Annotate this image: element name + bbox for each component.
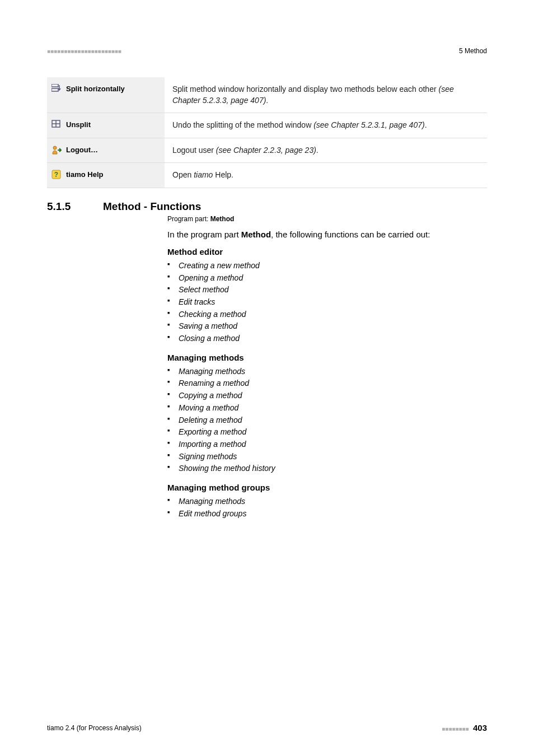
footer-left: tiamo 2.4 (for Process Analysis) <box>47 724 142 732</box>
unsplit-icon <box>51 120 62 129</box>
list-item: Edit method groups <box>167 508 487 520</box>
list-item: Managing methods <box>167 496 487 508</box>
cell-label: Logout… <box>66 146 98 154</box>
logout-cell: Logout… <box>47 138 165 163</box>
section-number: 5.1.5 <box>47 200 86 213</box>
page-footer: tiamo 2.4 (for Process Analysis) ■■■■■■■… <box>47 723 487 732</box>
desc-pre: Logout user <box>172 146 216 155</box>
table-row: Unsplit Undo the splitting of the method… <box>47 113 487 138</box>
list-item: Closing a method <box>167 333 487 345</box>
desc-em: tiamo <box>194 170 213 179</box>
group-heading: Managing method groups <box>167 483 487 492</box>
cell-desc: Logout user (see Chapter 2.2.3, page 23)… <box>165 138 487 163</box>
list-item: Showing the method history <box>167 463 487 475</box>
list-item: Checking a method <box>167 309 487 321</box>
intro-line: In the program part Method, the followin… <box>167 230 487 239</box>
help-icon: ? <box>51 170 62 180</box>
header-title: 5 Method <box>459 47 487 55</box>
section-heading: 5.1.5 Method - Functions <box>47 200 487 213</box>
list-item: Renaming a method <box>167 377 487 390</box>
menu-table: Split horizontally Split method window h… <box>47 77 487 188</box>
footer-decoration: ■■■■■■■■ <box>442 726 469 732</box>
section: 5.1.5 Method - Functions Program part: M… <box>47 200 487 520</box>
list-item: Managing methods <box>167 366 487 378</box>
page-number: 403 <box>473 723 487 732</box>
desc-post: . <box>316 146 318 155</box>
list-item: Select method <box>167 284 487 296</box>
program-part-value: Method <box>210 215 235 223</box>
list-item: Importing a method <box>167 438 487 451</box>
desc-pre: Undo the splitting of the method window <box>172 120 313 129</box>
page: ■■■■■■■■■■■■■■■■■■■■■■ 5 Method Split ho… <box>0 0 534 756</box>
table-row: Logout… Logout user (see Chapter 2.2.3, … <box>47 138 487 163</box>
program-part-line: Program part: Method <box>167 215 487 223</box>
list-item: Copying a method <box>167 390 487 402</box>
header-decoration: ■■■■■■■■■■■■■■■■■■■■■■ <box>47 48 121 54</box>
method-groups-list: Managing methods Edit method groups <box>167 496 487 520</box>
cell-desc: Undo the splitting of the method window … <box>165 113 487 138</box>
help-cell: ? tiamo Help <box>47 163 165 188</box>
page-header: ■■■■■■■■■■■■■■■■■■■■■■ 5 Method <box>47 47 487 55</box>
section-title: Method - Functions <box>103 200 201 213</box>
section-body: Program part: Method In the program part… <box>167 215 487 520</box>
footer-right: ■■■■■■■■ 403 <box>442 723 487 732</box>
desc-pre: Open <box>172 170 194 179</box>
list-item: Moving a method <box>167 402 487 414</box>
managing-methods-list: Managing methods Renaming a method Copyi… <box>167 366 487 475</box>
group-heading: Method editor <box>167 247 487 256</box>
logout-icon <box>51 145 62 155</box>
list-item: Deleting a method <box>167 414 487 427</box>
list-item: Saving a method <box>167 320 487 333</box>
svg-rect-0 <box>51 84 58 87</box>
intro-bold: Method <box>241 230 271 239</box>
desc-em: (see Chapter 5.2.3.1, page 407) <box>313 120 424 129</box>
list-item: Edit tracks <box>167 296 487 309</box>
cell-desc: Open tiamo Help. <box>165 163 487 188</box>
split-horiz-cell: Split horizontally <box>47 77 165 113</box>
desc-pre: Split method window horizontally and dis… <box>172 85 439 94</box>
cell-label: Unsplit <box>66 120 91 129</box>
cell-label: tiamo Help <box>66 170 103 179</box>
desc-post: Help. <box>213 170 233 179</box>
table-row: ? tiamo Help Open tiamo Help. <box>47 163 487 188</box>
svg-rect-1 <box>51 88 58 91</box>
cell-desc: Split method window horizontally and dis… <box>165 77 487 113</box>
svg-text:?: ? <box>54 171 58 179</box>
program-part-label: Program part: <box>167 215 210 223</box>
group-heading: Managing methods <box>167 353 487 362</box>
svg-point-5 <box>53 146 57 150</box>
unsplit-cell: Unsplit <box>47 113 165 138</box>
table-row: Split horizontally Split method window h… <box>47 77 487 113</box>
intro-pre: In the program part <box>167 230 241 239</box>
desc-post: . <box>425 120 427 129</box>
cell-label: Split horizontally <box>66 85 125 93</box>
method-editor-list: Creating a new method Opening a method S… <box>167 260 487 345</box>
desc-post: . <box>266 96 268 105</box>
list-item: Opening a method <box>167 272 487 284</box>
desc-em: (see Chapter 2.2.3, page 23) <box>216 146 316 155</box>
split-horizontal-icon <box>51 84 62 93</box>
list-item: Signing methods <box>167 451 487 463</box>
intro-post: , the following functions can be carried… <box>271 230 430 239</box>
list-item: Exporting a method <box>167 426 487 438</box>
list-item: Creating a new method <box>167 260 487 272</box>
